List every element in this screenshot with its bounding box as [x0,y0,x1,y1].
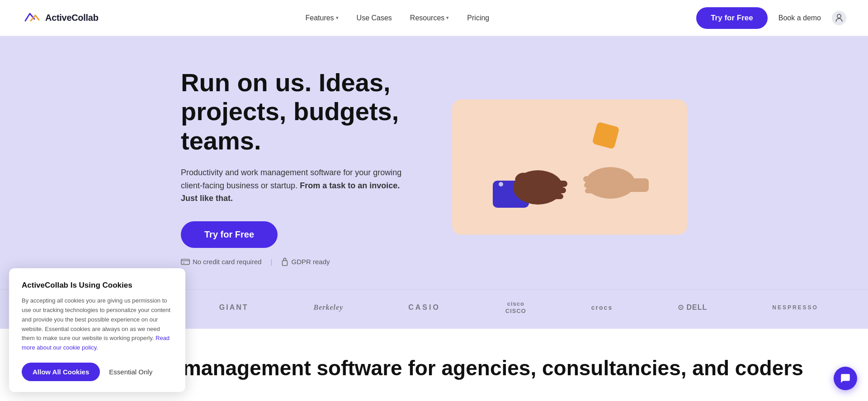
try-free-button[interactable]: Try for Free [696,7,768,29]
logo-giant: GIANT [219,303,249,312]
book-demo-link[interactable]: Book a demo [778,14,821,22]
logo-berkeley: Berkeley [314,303,344,312]
hero-description: Productivity and work management softwar… [181,166,416,205]
lock-icon [281,257,288,266]
hero-section: Run on us. Ideas, projects, budgets, tea… [0,36,868,289]
hero-left-content: Run on us. Ideas, projects, budgets, tea… [181,68,416,266]
navbar: ActiveCollab Features ▾ Use Cases Resour… [0,0,868,36]
cookie-banner: ActiveCollab Is Using Cookies By accepti… [9,268,185,392]
svg-point-11 [499,182,503,187]
svg-rect-14 [584,182,604,188]
chat-icon [840,373,851,384]
nav-resources[interactable]: Resources ▾ [410,14,449,22]
person-icon [835,14,844,23]
cookie-description: By accepting all cookies you are giving … [22,296,173,353]
badge-separator: | [271,258,273,266]
svg-rect-8 [547,181,567,187]
chevron-down-icon: ▾ [446,15,449,21]
essential-only-button[interactable]: Essential Only [109,368,152,376]
no-credit-card-badge: No credit card required [181,258,262,266]
logo-crocs: crocs [591,304,613,311]
user-account-icon[interactable] [832,11,846,25]
svg-rect-1 [181,259,189,265]
cookie-buttons: Allow All Cookies Essential Only [22,363,173,381]
light-hand-illustration [583,158,651,203]
logo-nespresso: NESPRESSO [772,304,818,311]
svg-rect-4 [283,261,288,266]
chat-support-bubble[interactable] [834,367,857,390]
logo-cisco: ciscoCISCO [505,300,526,314]
svg-rect-10 [545,194,563,199]
allow-all-cookies-button[interactable]: Allow All Cookies [22,363,100,381]
nav-features[interactable]: Features ▾ [305,14,338,22]
svg-rect-13 [583,176,604,182]
svg-rect-15 [585,188,603,193]
nav-use-cases[interactable]: Use Cases [357,14,392,22]
hero-title: Run on us. Ideas, projects, budgets, tea… [181,68,416,155]
cookie-read-more-link[interactable]: Read more about our cookie policy. [22,335,170,351]
svg-rect-0 [22,8,42,28]
nav-right: Try for Free Book a demo [696,7,846,29]
hero-illustration [452,99,687,235]
nav-pricing[interactable]: Pricing [467,14,489,22]
orange-cube-decoration [592,121,619,149]
logo-icon [22,8,42,28]
gdpr-badge: GDPR ready [281,257,330,266]
hero-badges: No credit card required | GDPR ready [181,257,416,266]
hero-try-free-button[interactable]: Try for Free [181,221,278,248]
credit-card-icon [181,258,190,265]
svg-rect-9 [546,187,566,193]
cookie-title: ActiveCollab Is Using Cookies [22,281,173,290]
logo-container: ActiveCollab [22,8,99,28]
logo-dell: ⊙ DELL [678,303,707,312]
logo-text: ActiveCollab [45,13,99,23]
nav-center: Features ▾ Use Cases Resources ▾ Pricing [305,14,489,22]
logo-casio: CASIO [408,303,440,312]
dark-hand-illustration [493,154,570,208]
svg-rect-16 [624,178,649,192]
chevron-down-icon: ▾ [336,15,339,21]
